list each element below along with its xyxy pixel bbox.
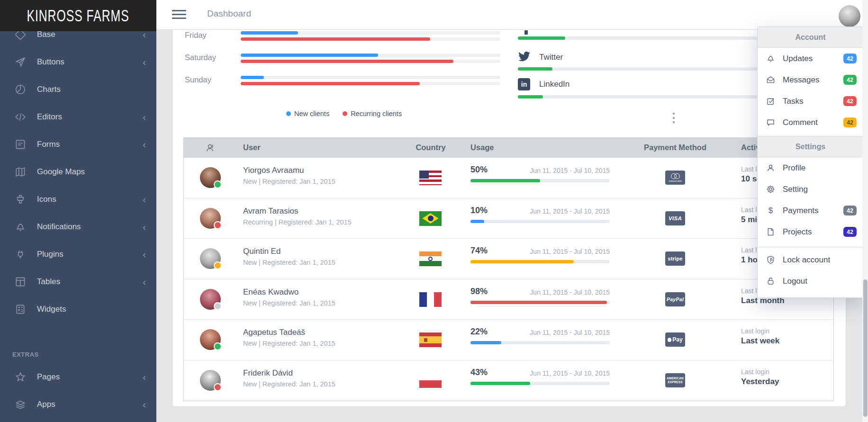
count-badge: 42	[843, 206, 857, 215]
user-subtitle: New | Registered: Jan 1, 2015	[243, 340, 335, 347]
menu-item-updates[interactable]: Updates 42	[758, 48, 863, 69]
paper-plane-icon	[14, 56, 27, 68]
menu-item-messages[interactable]: Messages 42	[758, 69, 863, 90]
activity-label: Last login	[741, 327, 769, 335]
chart-bar-track	[241, 31, 500, 35]
dropdown-section-account: Account	[758, 27, 863, 48]
dropdown-section-settings: Settings	[758, 136, 863, 157]
sidebar-item-label: Charts	[37, 85, 146, 94]
user-subtitle: New | Registered: Jan 1, 2015	[243, 178, 335, 185]
chevron-left-icon: ‹	[143, 57, 146, 67]
status-badge	[214, 261, 222, 269]
user-name: Avram Tarasios	[243, 207, 298, 216]
menu-item-setting[interactable]: Setting	[758, 179, 863, 200]
count-badge: 42	[843, 227, 857, 237]
sidebar-item-editors[interactable]: Editors ‹	[0, 103, 156, 131]
menu-item-payments[interactable]: $ Payments 42	[758, 200, 863, 221]
chart-bar-track	[241, 76, 500, 79]
dollar-icon: $	[766, 206, 776, 215]
activity-value: Yesterday	[741, 377, 779, 386]
brush-icon	[14, 193, 27, 206]
menu-item-projects[interactable]: Projects 42	[758, 221, 863, 242]
users-table: User Country Usage Payment Method Activi…	[183, 137, 834, 401]
menu-item-lock-account[interactable]: Lock account	[758, 249, 863, 270]
chart-category-label: Saturday	[185, 53, 216, 62]
facebook-progress	[518, 36, 565, 40]
count-badge: 42	[843, 54, 857, 63]
sidebar-item-icons[interactable]: Icons ‹	[0, 186, 156, 213]
linkedin-progress	[518, 95, 543, 99]
legend-item: Recurring clients	[343, 110, 402, 117]
sidebar-item-label: Pages	[37, 372, 143, 382]
flag-spain-icon	[419, 332, 442, 347]
chart-bar-recurring-clients	[241, 37, 430, 41]
table-header-row: User Country Usage Payment Method Activi…	[184, 138, 833, 158]
sidebar: Base ‹ Buttons ‹ Charts Editors ‹ Forms …	[0, 0, 156, 422]
menu-item-tasks[interactable]: Tasks 42	[758, 90, 863, 112]
usage-period: Jun 11, 2015 - Jul 10, 2015	[470, 167, 610, 174]
layers-icon	[14, 398, 27, 411]
usage-progress	[470, 260, 574, 263]
bell-icon	[14, 221, 27, 233]
chart-bar-track	[241, 60, 500, 63]
sidebar-item-forms[interactable]: Forms ‹	[0, 131, 156, 158]
user-avatar	[200, 248, 221, 269]
legend-dot-recurring-clients	[343, 111, 347, 116]
dashboard-app: Base ‹ Buttons ‹ Charts Editors ‹ Forms …	[0, 0, 868, 422]
sidebar-item-label: Plugins	[37, 250, 143, 259]
hamburger-menu-icon[interactable]	[172, 10, 186, 19]
count-badge: 42	[843, 117, 857, 127]
bell-icon	[766, 54, 776, 63]
menu-item-logout[interactable]: Logout	[758, 270, 863, 292]
payment-badge-label: VISA	[669, 215, 682, 221]
table-row: Agapetus Tadeáš New | Registered: Jan 1,…	[184, 319, 833, 360]
sidebar-nav: Base ‹ Buttons ‹ Charts Editors ‹ Forms …	[0, 21, 156, 418]
user-avatar	[200, 370, 221, 391]
sidebar-item-label: Widgets	[37, 305, 146, 314]
user-name: Quintin Ed	[243, 247, 280, 256]
menu-item-label: Comment	[783, 118, 843, 127]
sidebar-item-tables[interactable]: Tables ‹	[0, 268, 156, 296]
app-logo[interactable]: KINROSS FARMS	[0, 0, 156, 31]
chart-category-label: Sunday	[185, 75, 211, 84]
chart-bar-track	[241, 37, 500, 41]
dashboard-card: Friday Saturday Sunday New clients Recur…	[172, 29, 846, 407]
scrollbar-thumb[interactable]	[863, 279, 868, 417]
top-header: Dashboard	[156, 0, 868, 30]
menu-item-comment[interactable]: Comment 42	[758, 112, 863, 133]
sidebar-item-google-maps[interactable]: Google Maps	[0, 158, 156, 186]
flag-india-icon	[419, 251, 442, 266]
menu-item-label: Updates	[783, 54, 843, 63]
more-options-icon	[673, 113, 675, 126]
user-subtitle: New | Registered: Jan 1, 2015	[243, 259, 335, 266]
flag-brazil-icon	[419, 211, 442, 226]
sidebar-item-buttons[interactable]: Buttons ‹	[0, 48, 156, 76]
table-row: Enéas Kwadwo New | Registered: Jan 1, 20…	[184, 279, 833, 320]
table-row: Friderik Dávid New | Registered: Jan 1, …	[184, 360, 833, 401]
sidebar-item-pages[interactable]: Pages ‹	[0, 363, 156, 391]
sidebar-item-widgets[interactable]: Widgets	[0, 296, 156, 323]
legend-dot-new-clients	[286, 111, 291, 116]
sidebar-item-label: Notifications	[37, 222, 143, 232]
menu-item-profile[interactable]: Profile	[758, 157, 863, 179]
user-subtitle: New | Registered: Jan 1, 2015	[243, 299, 335, 307]
linkedin-icon: in	[518, 78, 530, 90]
map-icon	[14, 166, 27, 178]
usage-progress-track	[470, 301, 610, 304]
sidebar-item-notifications[interactable]: Notifications ‹	[0, 213, 156, 241]
usage-progress-track	[470, 260, 610, 263]
shield-icon	[766, 255, 776, 265]
chart-bar-new-clients	[241, 76, 264, 79]
sidebar-item-label: Buttons	[37, 57, 143, 67]
account-dropdown-menu: Account Updates 42 Messages 42 Tasks 42 …	[757, 27, 864, 298]
payment-mastercard-badge: mastercard	[665, 171, 685, 185]
chevron-left-icon: ‹	[143, 195, 146, 204]
sidebar-item-charts[interactable]: Charts	[0, 76, 156, 103]
file-icon	[766, 227, 776, 237]
sidebar-item-plugins[interactable]: Plugins ‹	[0, 241, 156, 268]
sidebar-item-apps[interactable]: Apps ‹	[0, 391, 156, 418]
vertical-scrollbar[interactable]	[862, 0, 868, 422]
code-icon	[14, 111, 27, 123]
user-avatar	[200, 289, 221, 310]
user-avatar[interactable]	[839, 5, 860, 27]
